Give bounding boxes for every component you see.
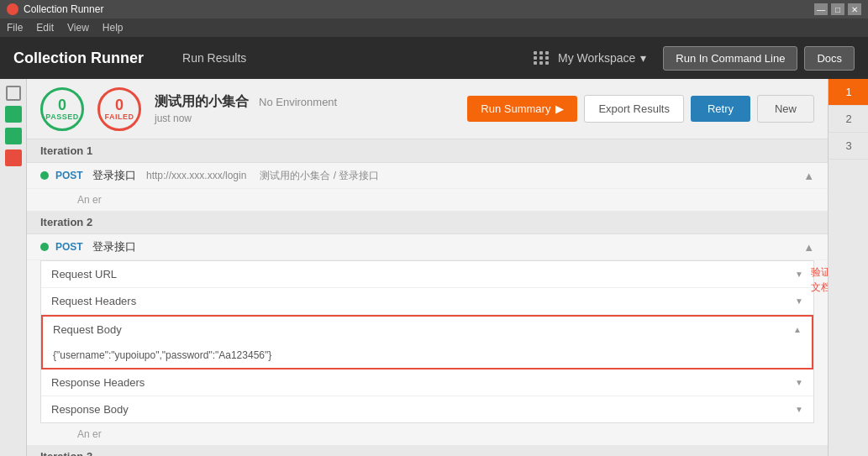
chevron-down-icon: ▼ — [795, 378, 803, 387]
passed-badge: 0 PASSED — [40, 87, 84, 131]
row-chevron-up-icon: ▲ — [803, 241, 814, 254]
failed-count: 0 — [115, 97, 124, 113]
request-name: 登录接口 — [92, 168, 136, 183]
export-results-button[interactable]: Export Results — [584, 95, 684, 123]
dropdown-request-body-header[interactable]: Request Body ▲ — [43, 317, 812, 343]
run-summary-label: Run Summary — [481, 102, 550, 115]
request-path: 测试用的小集合 / 登录接口 — [260, 169, 379, 183]
right-sidebar: 1 2 3 — [828, 79, 868, 456]
grid-dot — [534, 51, 537, 55]
run-summary-button[interactable]: Run Summary ▶ — [467, 96, 577, 122]
menu-edit[interactable]: Edit — [36, 22, 54, 34]
request-details-panel: An er Iteration 2 POST 登录接口 ▲ — [27, 189, 828, 456]
error-abbr-text: An er — [77, 194, 102, 206]
dropdown-request-headers[interactable]: Request Headers ▼ — [41, 288, 813, 315]
grid-dot — [534, 61, 537, 65]
collection-timestamp: just now — [155, 113, 454, 124]
left-mini-sidebar — [0, 79, 27, 456]
run-summary-arrow-icon: ▶ — [555, 102, 564, 115]
dropdown-item-label: Response Headers — [51, 376, 145, 389]
title-bar-title: Collection Runner — [24, 3, 103, 15]
menu-bar: File Edit View Help — [0, 18, 868, 37]
request-body-text: {"username":"yupoiupo","password":"Aa123… — [53, 349, 271, 361]
iteration-3-header: Iteration 3 — [27, 445, 828, 456]
workspace-grid-icon — [534, 51, 550, 65]
summary-bar: 0 PASSED 0 FAILED 测试用的小集合 No Environment… — [27, 79, 828, 139]
request-name-2: 登录接口 — [92, 239, 136, 254]
grid-dot — [545, 61, 549, 65]
mini-icon-3[interactable] — [5, 128, 22, 144]
dropdown-item-label: Request Body — [53, 323, 122, 336]
left-panel: 0 PASSED 0 FAILED 测试用的小集合 No Environment… — [27, 79, 828, 456]
new-button[interactable]: New — [757, 95, 814, 123]
docs-button[interactable]: Docs — [804, 46, 855, 71]
window-controls: — □ ✕ — [814, 3, 861, 15]
row-chevron-up-icon: ▲ — [803, 170, 814, 182]
summary-actions: Run Summary ▶ Export Results Retry New — [467, 95, 814, 123]
dropdown-request-url[interactable]: Request URL ▼ — [41, 261, 813, 288]
dropdown-response-body[interactable]: Response Body ▼ — [41, 396, 813, 422]
iter-num-2[interactable]: 2 — [829, 106, 868, 133]
passed-count: 0 — [58, 97, 66, 113]
menu-view[interactable]: View — [67, 22, 89, 34]
method-badge: POST — [55, 241, 86, 253]
run-cmd-button[interactable]: Run In Command Line — [663, 46, 797, 71]
iter-num-3[interactable]: 3 — [829, 133, 868, 160]
nav-run-results[interactable]: Run Results — [169, 37, 260, 79]
chevron-down-icon: ▼ — [795, 405, 803, 414]
collection-name: 测试用的小集合 — [155, 93, 249, 111]
dropdown-item-label: Response Body — [51, 403, 129, 416]
error-abbreviated-2: An er — [27, 423, 828, 445]
workspace-label: My Workspace — [558, 51, 635, 65]
collection-info: 测试用的小集合 No Environment just now — [155, 93, 454, 124]
status-dot-green — [40, 243, 49, 251]
grid-dot — [539, 51, 543, 55]
table-row[interactable]: POST 登录接口 http://xxx.xxx.xxx/login 测试用的小… — [27, 163, 828, 189]
close-button[interactable]: ✕ — [848, 3, 861, 15]
request-url: http://xxx.xxx.xxx/login — [146, 170, 246, 181]
mini-icon-4[interactable] — [5, 149, 22, 166]
mini-icon-1[interactable] — [6, 86, 21, 101]
title-bar: Collection Runner — □ ✕ — [0, 0, 868, 18]
request-body-content: {"username":"yupoiupo","password":"Aa123… — [43, 343, 812, 368]
mini-icon-2[interactable] — [5, 106, 22, 123]
dropdown-item-label: Request URL — [51, 268, 117, 280]
minimize-button[interactable]: — — [814, 3, 828, 15]
grid-dot — [545, 51, 549, 55]
failed-badge: 0 FAILED — [97, 87, 141, 131]
main-content: 0 PASSED 0 FAILED 测试用的小集合 No Environment… — [0, 79, 868, 456]
dropdown-container: Request URL ▼ Request Headers ▼ Request … — [40, 260, 814, 423]
grid-dot — [539, 61, 543, 65]
chevron-down-icon: ▼ — [795, 296, 803, 306]
iteration-1-header: Iteration 1 — [27, 139, 828, 163]
top-nav: Collection Runner Run Results My Workspa… — [0, 37, 868, 79]
maximize-button[interactable]: □ — [831, 3, 844, 15]
dropdown-response-headers[interactable]: Response Headers ▼ — [41, 370, 813, 396]
iter-num-1[interactable]: 1 — [829, 79, 868, 106]
passed-label: PASSED — [45, 113, 78, 121]
failed-label: FAILED — [104, 113, 134, 121]
menu-file[interactable]: File — [7, 22, 23, 34]
nav-logo: Collection Runner — [13, 50, 144, 67]
iterations-area: Iteration 1 POST 登录接口 http://xxx.xxx.xxx… — [27, 139, 828, 456]
menu-help[interactable]: Help — [103, 22, 124, 34]
nav-right-actions: Run In Command Line Docs — [663, 46, 855, 71]
method-badge: POST — [55, 170, 86, 181]
app-icon — [7, 3, 18, 15]
grid-dot — [539, 56, 543, 60]
dropdown-item-label: Request Headers — [51, 295, 136, 307]
workspace-chevron-icon: ▾ — [640, 51, 646, 65]
iteration-2-header: Iteration 2 — [27, 211, 828, 234]
grid-dot — [534, 56, 537, 60]
environment-label: No Environment — [259, 96, 337, 108]
error-abbr-text-2: An er — [77, 428, 102, 440]
chevron-up-icon: ▲ — [793, 325, 802, 334]
retry-button[interactable]: Retry — [691, 96, 750, 122]
workspace-selector[interactable]: My Workspace ▾ — [534, 51, 646, 65]
dropdown-request-body-open: Request Body ▲ {"username":"yupoiupo","p… — [41, 315, 813, 370]
error-abbreviated: An er — [27, 189, 828, 211]
chevron-down-icon: ▼ — [795, 270, 803, 279]
table-row[interactable]: POST 登录接口 ▲ — [27, 234, 828, 260]
center-area: 0 PASSED 0 FAILED 测试用的小集合 No Environment… — [27, 79, 868, 456]
grid-dot — [545, 56, 549, 60]
